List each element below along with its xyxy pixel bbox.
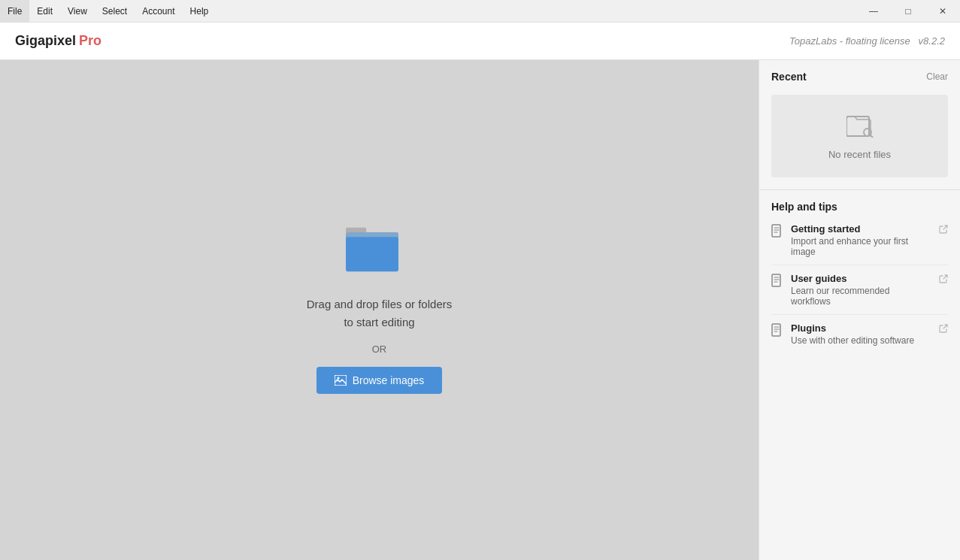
folder-icon bbox=[346, 227, 413, 283]
menu-select[interactable]: Select bbox=[95, 0, 135, 22]
recent-header: Recent Clear bbox=[771, 71, 948, 83]
help-section: Help and tips Getting started Import and… bbox=[759, 190, 960, 359]
svg-line-7 bbox=[871, 135, 873, 138]
or-text: OR bbox=[372, 344, 387, 355]
help-item-getting-started[interactable]: Getting started Import and enhance your … bbox=[771, 216, 948, 265]
menu-help[interactable]: Help bbox=[183, 0, 217, 22]
help-content-getting-started: Getting started Import and enhance your … bbox=[791, 223, 931, 257]
help-item-title-3: Plugins bbox=[791, 322, 931, 334]
help-item-desc-3: Use with other editing software bbox=[791, 335, 931, 346]
sidebar: Recent Clear No recent files Help and ti… bbox=[759, 60, 960, 560]
external-link-icon-1 bbox=[939, 225, 948, 236]
window-controls: — □ ✕ bbox=[856, 0, 960, 22]
title-bar: File Edit View Select Account Help — □ ✕ bbox=[0, 0, 960, 23]
help-item-title-1: Getting started bbox=[791, 223, 931, 235]
no-recent-icon bbox=[846, 112, 874, 143]
svg-rect-9 bbox=[772, 274, 780, 286]
folder-search-icon bbox=[846, 112, 874, 138]
no-recent-label: No recent files bbox=[828, 149, 891, 160]
help-item-desc-1: Import and enhance your first image bbox=[791, 236, 931, 257]
help-item-plugins[interactable]: Plugins Use with other editing software bbox=[771, 315, 948, 353]
app-name: Gigapixel bbox=[15, 33, 76, 49]
maximize-button[interactable]: □ bbox=[891, 0, 925, 22]
menu-bar: File Edit View Select Account Help bbox=[0, 0, 216, 22]
help-content-plugins: Plugins Use with other editing software bbox=[791, 322, 931, 346]
folder-svg bbox=[346, 227, 398, 272]
help-title: Help and tips bbox=[771, 201, 948, 213]
close-button[interactable]: ✕ bbox=[925, 0, 960, 22]
recent-title: Recent bbox=[771, 71, 807, 83]
menu-view[interactable]: View bbox=[60, 0, 95, 22]
help-item-title-2: User guides bbox=[791, 273, 931, 284]
menu-account[interactable]: Account bbox=[135, 0, 182, 22]
svg-rect-10 bbox=[772, 324, 780, 336]
menu-edit[interactable]: Edit bbox=[29, 0, 60, 22]
external-link-icon-3 bbox=[939, 324, 948, 335]
minimize-button[interactable]: — bbox=[856, 0, 891, 22]
clear-button[interactable]: Clear bbox=[926, 71, 948, 82]
drop-text: Drag and drop files or folders to start … bbox=[307, 295, 452, 331]
main-layout: Drag and drop files or folders to start … bbox=[0, 60, 960, 560]
doc-icon-1 bbox=[771, 224, 783, 241]
help-content-user-guides: User guides Learn our recommended workfl… bbox=[791, 273, 931, 307]
menu-file[interactable]: File bbox=[0, 0, 29, 22]
help-item-desc-2: Learn our recommended workflows bbox=[791, 286, 931, 307]
drop-area[interactable]: Drag and drop files or folders to start … bbox=[0, 60, 759, 560]
doc-icon-2 bbox=[771, 274, 783, 290]
app-pro-badge: Pro bbox=[79, 33, 101, 49]
browse-icon bbox=[335, 375, 347, 386]
app-logo: Gigapixel Pro bbox=[15, 33, 101, 49]
recent-section: Recent Clear bbox=[759, 60, 960, 95]
svg-rect-2 bbox=[346, 237, 398, 271]
license-info: TopazLabs - floating license v8.2.2 bbox=[789, 35, 945, 47]
recent-files-area: No recent files bbox=[771, 95, 948, 177]
svg-rect-8 bbox=[772, 225, 780, 237]
external-link-icon-2 bbox=[939, 274, 948, 286]
browse-images-button[interactable]: Browse images bbox=[316, 367, 443, 394]
help-item-user-guides[interactable]: User guides Learn our recommended workfl… bbox=[771, 265, 948, 315]
app-header: Gigapixel Pro TopazLabs - floating licen… bbox=[0, 23, 960, 60]
doc-icon-3 bbox=[771, 323, 783, 340]
